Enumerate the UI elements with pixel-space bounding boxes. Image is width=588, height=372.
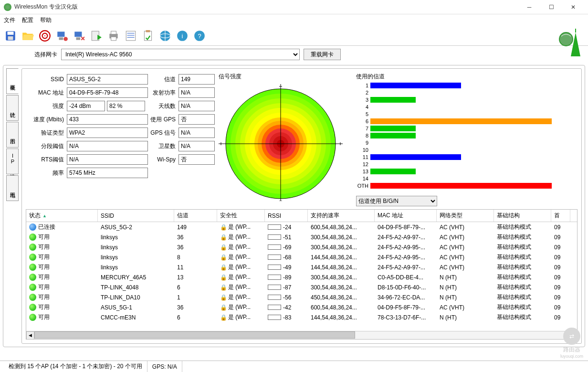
- watermark: ⇄ 路由器 luyouqi.com: [560, 328, 583, 359]
- auth-field[interactable]: [67, 128, 148, 138]
- svg-text:i: i: [182, 32, 183, 40]
- minimize-button[interactable]: ─: [518, 0, 540, 14]
- play-icon[interactable]: [89, 28, 104, 43]
- scroll-left-icon[interactable]: ◀: [26, 331, 34, 340]
- tab-overview[interactable]: 概要: [6, 68, 19, 94]
- channels-title: 使用的信道: [356, 73, 578, 81]
- adapter-select[interactable]: Intel(R) Wireless-AC 9560: [61, 49, 300, 60]
- clipboard-icon[interactable]: [140, 28, 156, 43]
- strength-dbm-field[interactable]: [67, 101, 105, 111]
- table-row[interactable]: 可用TP-LINK_40486🔒是 (WP...-87300,54,48,36,…: [26, 282, 577, 292]
- horizontal-scrollbar[interactable]: ◀ ▶: [26, 331, 577, 339]
- tab-graph[interactable]: 图示: [6, 122, 19, 148]
- statusbar: 检测到 15 个AP (14 个加密 - 1 个未加密) - 20 个可用 GP…: [0, 361, 588, 372]
- col-infra[interactable]: 基础结构: [494, 210, 551, 222]
- svg-rect-7: [59, 37, 63, 40]
- menu-config[interactable]: 配置: [22, 16, 33, 24]
- reload-adapter-button[interactable]: 重载网卡: [304, 49, 341, 60]
- freq-field[interactable]: [67, 168, 148, 178]
- col-rssi[interactable]: RSSI: [265, 210, 308, 222]
- frag-field[interactable]: [67, 141, 148, 151]
- mac-field[interactable]: [67, 87, 148, 98]
- table-body[interactable]: 已连接ASUS_5G-2149🔒是 (WP...-24600,54,48,36,…: [26, 222, 577, 331]
- target-icon[interactable]: [37, 28, 52, 43]
- status-dot-icon: [29, 274, 36, 281]
- tab-ipconn[interactable]: IP 连接: [6, 149, 19, 174]
- cell-status: 可用: [26, 273, 98, 281]
- cell-rate: 600,54,48,36,24...: [308, 304, 375, 311]
- maximize-button[interactable]: ☐: [540, 0, 562, 14]
- ssid-field[interactable]: [67, 74, 148, 85]
- cell-ssid: TP-LINK_4048: [98, 284, 174, 291]
- col-mac[interactable]: MAC 地址: [375, 210, 437, 222]
- world-icon[interactable]: [158, 28, 173, 43]
- table-row[interactable]: 可用ASUS_5G-136🔒是 (WP...-42600,54,48,36,24…: [26, 302, 577, 312]
- channel-row: 11: [356, 153, 578, 160]
- speed-label: 速度 (Mbits): [26, 116, 67, 124]
- cell-rssi: -83: [265, 314, 308, 321]
- tab-map[interactable]: 地图: [6, 175, 19, 201]
- table-row[interactable]: 可用linksys36🔒是 (WP...-51300,54,48,36,24..…: [26, 232, 577, 242]
- cell-rssi: -87: [265, 284, 308, 291]
- radar-section: 信号强度: [219, 73, 352, 206]
- table-row[interactable]: 可用TP-LINK_DA101🔒是 (WP...-56450,54,48,36,…: [26, 292, 577, 302]
- cell-rate: 300,54,48,36,24...: [308, 244, 375, 251]
- svg-rect-6: [57, 32, 64, 37]
- cell-rate: 300,54,48,36,24...: [308, 284, 375, 291]
- col-net[interactable]: 网络类型: [437, 210, 494, 222]
- rts-field[interactable]: [67, 154, 148, 165]
- table-row[interactable]: 可用linksys36🔒是 (WP...-69300,54,48,36,24..…: [26, 242, 577, 252]
- svg-rect-13: [111, 31, 116, 34]
- cell-status: 可用: [26, 303, 98, 311]
- col-rate[interactable]: 支持的速率: [308, 210, 375, 222]
- table-row[interactable]: 可用MERCURY_46A513🔒是 (WP...-89300,54,48,36…: [26, 272, 577, 282]
- worldq-icon[interactable]: i: [175, 28, 190, 43]
- strength-pct-field[interactable]: [107, 101, 145, 111]
- tab-stats[interactable]: 统计: [6, 95, 19, 121]
- gpssig-field[interactable]: [178, 128, 215, 138]
- col-status[interactable]: 状态▲: [26, 210, 98, 222]
- help-icon[interactable]: ?: [192, 28, 207, 43]
- lock-icon: 🔒: [220, 274, 227, 281]
- cell-chan: 36: [174, 244, 217, 251]
- save-icon[interactable]: [3, 28, 18, 43]
- cell-rate: 144,54,48,36,24...: [308, 254, 375, 261]
- channel-number: 2: [356, 90, 370, 96]
- gps-field[interactable]: [178, 114, 215, 125]
- cell-sec: 🔒是 (WP...: [217, 223, 265, 231]
- list-icon[interactable]: [123, 28, 138, 43]
- channel-number: 5: [356, 111, 370, 117]
- cell-infra: 基础结构模式: [494, 243, 551, 251]
- cell-infra: 基础结构模式: [494, 283, 551, 291]
- col-sec[interactable]: 安全性: [217, 210, 265, 222]
- ant-field[interactable]: [178, 101, 215, 111]
- print-icon[interactable]: [106, 28, 121, 43]
- wispy-label: Wi-Spy: [148, 156, 178, 163]
- channel-mode-select[interactable]: 信道使用 B/G/N: [356, 196, 437, 206]
- scroll-thumb[interactable]: [34, 331, 355, 339]
- lock-icon: 🔒: [220, 234, 227, 241]
- table-row[interactable]: 可用linksys8🔒是 (WP...-68144,54,48,36,24...…: [26, 252, 577, 262]
- menu-help[interactable]: 帮助: [40, 16, 52, 24]
- status-dot-icon: [29, 254, 36, 261]
- close-button[interactable]: ✕: [562, 0, 584, 14]
- sat-field[interactable]: [178, 141, 215, 151]
- cell-ssid: ASUS_5G-2: [98, 224, 174, 231]
- txpwr-field[interactable]: [178, 87, 215, 98]
- speed-field[interactable]: [67, 114, 148, 125]
- cell-chan: 6: [174, 284, 217, 291]
- col-chan[interactable]: 信道: [174, 210, 217, 222]
- col-first[interactable]: 首: [551, 210, 570, 222]
- wispy-field[interactable]: [178, 154, 215, 165]
- chan-field[interactable]: [178, 74, 215, 85]
- col-ssid[interactable]: SSID: [98, 210, 174, 222]
- table-row[interactable]: 可用linksys11🔒是 (WP...-49144,54,48,36,24..…: [26, 262, 577, 272]
- table-row[interactable]: 可用CMCC-mE3N6🔒是 (WP...-83144,54,48,36,24.…: [26, 312, 577, 322]
- open-icon[interactable]: [20, 28, 35, 43]
- table-row[interactable]: 已连接ASUS_5G-2149🔒是 (WP...-24600,54,48,36,…: [26, 222, 577, 232]
- cell-chan: 149: [174, 224, 217, 231]
- menu-file[interactable]: 文件: [4, 16, 15, 24]
- pc1-icon[interactable]: [54, 28, 70, 43]
- cell-rate: 300,54,48,36,24...: [308, 274, 375, 281]
- pc2-icon[interactable]: [72, 28, 87, 43]
